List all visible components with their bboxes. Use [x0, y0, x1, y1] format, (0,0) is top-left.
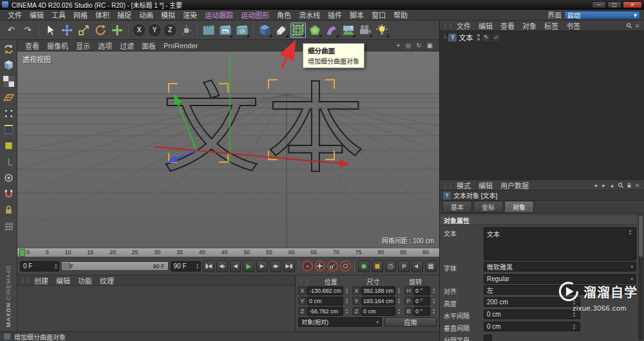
- tab-basic[interactable]: 基本: [442, 201, 472, 213]
- filter-menu-icon[interactable]: ≡: [633, 21, 641, 30]
- viewport-menu-options[interactable]: 选项: [94, 41, 116, 51]
- rotation-h-field[interactable]: 0 °: [413, 286, 430, 295]
- size-x-field[interactable]: 392.188 cm: [361, 286, 395, 295]
- history-forward-icon[interactable]: ▸: [600, 181, 608, 189]
- record-position-toggle[interactable]: [315, 261, 326, 272]
- layout-select[interactable]: 启动 ▾: [564, 11, 640, 19]
- record-scale-toggle[interactable]: [327, 261, 338, 272]
- rotate-view-icon[interactable]: ↻: [413, 42, 424, 49]
- lock-x-axis-button[interactable]: X: [132, 23, 146, 37]
- spin-down-icon[interactable]: ▾: [196, 266, 198, 270]
- render-settings-button[interactable]: [234, 23, 250, 38]
- menu-volume[interactable]: 体积: [91, 10, 113, 20]
- editor-visibility-dot[interactable]: [477, 34, 480, 37]
- zoom-view-icon[interactable]: ◎: [402, 42, 413, 49]
- viewport-menu-filter[interactable]: 过滤: [116, 41, 138, 51]
- om-menu-tags[interactable]: 标签: [540, 21, 562, 31]
- menu-character[interactable]: 角色: [273, 10, 295, 20]
- spin-down-icon[interactable]: ▾: [573, 315, 575, 318]
- model-mode-button[interactable]: [1, 57, 16, 73]
- scale-tool-button[interactable]: [76, 23, 91, 38]
- om-menu-edit[interactable]: 编辑: [475, 21, 497, 31]
- minimize-button[interactable]: ─: [592, 1, 606, 8]
- material-menu-edit[interactable]: 编辑: [52, 275, 74, 286]
- menu-plugins[interactable]: 插件: [324, 10, 346, 20]
- phong-tag-icon[interactable]: ✓: [492, 33, 500, 42]
- quantize-button[interactable]: [1, 218, 16, 234]
- material-menu-create[interactable]: 创建: [30, 275, 52, 286]
- position-x-field[interactable]: -130.682 cm: [307, 286, 343, 295]
- spin-down-icon[interactable]: ▾: [629, 232, 631, 235]
- next-key-button[interactable]: •▶: [270, 261, 281, 272]
- menu-mesh[interactable]: 网格: [70, 10, 91, 20]
- object-row-text[interactable]: └ T 文本 ✎ ✓: [441, 32, 643, 42]
- om-menu-view[interactable]: 查看: [497, 21, 518, 31]
- apply-button[interactable]: 应用: [384, 317, 437, 327]
- render-view-button[interactable]: [201, 23, 216, 38]
- panel-grip[interactable]: ⋮⋮: [298, 277, 310, 285]
- rotate-tool-button[interactable]: [93, 23, 108, 38]
- previous-key-button[interactable]: ◀•: [216, 261, 228, 272]
- text-input[interactable]: 文本 ▴▾: [484, 227, 636, 261]
- record-keyframe-button[interactable]: ●: [302, 261, 313, 272]
- spin-down-icon[interactable]: ▾: [346, 301, 348, 304]
- object-properties-section[interactable]: 对象属性: [440, 216, 636, 225]
- move-tool-button[interactable]: [59, 23, 75, 38]
- menu-help[interactable]: 帮助: [390, 10, 412, 20]
- menu-script[interactable]: 脚本: [346, 10, 368, 20]
- coordinate-mode-select[interactable]: 对象(相对) ▾: [298, 317, 382, 327]
- scrollbar-thumb[interactable]: [639, 216, 643, 257]
- goto-start-button[interactable]: ▮◀: [203, 261, 214, 272]
- spin-down-icon[interactable]: ▾: [433, 301, 435, 304]
- timeline-playhead[interactable]: [19, 249, 25, 257]
- material-list-area[interactable]: [17, 286, 295, 331]
- panel-grip[interactable]: ⋮⋮: [442, 23, 453, 29]
- add-deformer-button[interactable]: [324, 23, 339, 38]
- spin-down-icon[interactable]: ▾: [55, 266, 57, 270]
- add-subdivision-surface-button[interactable]: [290, 23, 306, 38]
- lock-icon[interactable]: [625, 181, 633, 189]
- attribute-scrollbar[interactable]: [638, 214, 643, 340]
- search-icon[interactable]: [625, 21, 633, 30]
- toggle-view-icon[interactable]: ▣: [424, 42, 435, 49]
- workplane-mode-button[interactable]: [1, 89, 16, 106]
- menu-animate[interactable]: 动画: [135, 10, 157, 20]
- play-button[interactable]: ▶: [243, 261, 254, 272]
- close-button[interactable]: ✕: [623, 1, 642, 8]
- om-menu-bookmarks[interactable]: 书签: [562, 21, 584, 31]
- viewport-solo-button[interactable]: [1, 170, 16, 186]
- visibility-dots[interactable]: [477, 34, 480, 41]
- pen-tag-icon[interactable]: ✎: [482, 33, 490, 42]
- viewport-text-object[interactable]: 文本: [162, 73, 371, 187]
- sound-button[interactable]: [412, 261, 423, 272]
- object-name[interactable]: 文本: [459, 32, 473, 42]
- maximize-button[interactable]: ▢: [607, 1, 621, 8]
- rotation-b-field[interactable]: 0 °: [413, 307, 430, 316]
- font-select[interactable]: 微软雅黑 ▾: [484, 262, 636, 272]
- preview-range-slider[interactable]: 0 F 90 F: [61, 261, 168, 271]
- recent-tools-button[interactable]: [109, 23, 125, 38]
- spin-down-icon[interactable]: ▾: [433, 311, 435, 315]
- menu-edit[interactable]: 编辑: [26, 10, 48, 20]
- lock-z-axis-button[interactable]: Z: [163, 23, 177, 37]
- separate-letters-checkbox[interactable]: [484, 335, 492, 341]
- rotation-p-field[interactable]: 0 °: [413, 297, 430, 306]
- render-picture-viewer-button[interactable]: [218, 23, 233, 38]
- undo-button[interactable]: ↶: [3, 23, 19, 38]
- snap-button[interactable]: [1, 186, 16, 202]
- add-cube-button[interactable]: [257, 23, 272, 38]
- viewport-menu-display[interactable]: 显示: [72, 41, 94, 51]
- om-menu-objects[interactable]: 对象: [518, 21, 540, 31]
- menu-motion-tracker[interactable]: 运动跟踪: [201, 10, 237, 20]
- add-light-button[interactable]: [374, 23, 390, 38]
- am-menu-userdata[interactable]: 用户数据: [497, 180, 533, 190]
- am-menu-edit[interactable]: 编辑: [475, 180, 497, 190]
- parent-icon[interactable]: ▴: [608, 181, 616, 189]
- next-frame-button[interactable]: ▶: [256, 261, 268, 272]
- lock-workplane-button[interactable]: [1, 202, 16, 218]
- add-modeling-generator-button[interactable]: [307, 23, 323, 38]
- panel-grip[interactable]: ⋮⋮: [442, 182, 453, 189]
- position-y-field[interactable]: 0 cm: [307, 297, 343, 306]
- menu-tools[interactable]: 工具: [48, 10, 70, 20]
- spin-down-icon[interactable]: ▾: [398, 291, 400, 294]
